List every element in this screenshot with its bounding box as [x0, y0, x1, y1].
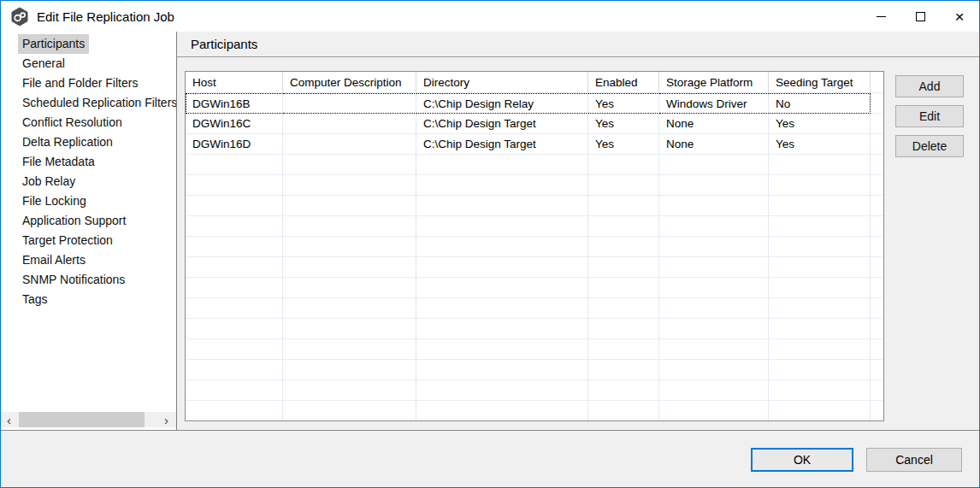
sidebar-item-email-alerts[interactable]: Email Alerts	[18, 250, 90, 270]
table-cell-filler	[871, 401, 883, 421]
table-cell	[659, 278, 769, 298]
table-cell[interactable]	[283, 114, 416, 134]
table-cell	[769, 216, 871, 237]
table-cell	[416, 257, 588, 278]
table-cell[interactable]: None	[659, 114, 769, 134]
table-cell	[769, 257, 871, 278]
maximize-button[interactable]	[900, 1, 940, 32]
column-header-storage-platform[interactable]: Storage Platform	[659, 72, 769, 93]
sidebar-item-application-support[interactable]: Application Support	[18, 211, 130, 231]
sidebar-item-scheduled-replication-filters[interactable]: Scheduled Replication Filters	[18, 93, 177, 113]
table-cell[interactable]: C:\Chip Design Target	[416, 134, 588, 155]
table-cell[interactable]: DGWin16C	[186, 114, 283, 134]
table-cell	[588, 278, 659, 298]
table-cell[interactable]: Yes	[769, 134, 871, 155]
table-cell	[416, 360, 588, 380]
scroll-right-button[interactable]: ›	[158, 412, 174, 427]
table-cell	[416, 380, 588, 401]
table-cell-filler	[871, 278, 883, 298]
table-cell	[283, 257, 416, 278]
table-cell[interactable]	[283, 93, 416, 114]
table-empty-row	[186, 175, 883, 196]
table-cell	[659, 155, 769, 175]
table-cell	[769, 155, 871, 175]
sidebar-item-file-and-folder-filters[interactable]: File and Folder Filters	[18, 73, 142, 93]
sidebar-item-general[interactable]: General	[18, 54, 69, 73]
column-header-directory[interactable]: Directory	[416, 72, 588, 93]
table-cell[interactable]: DGWin16D	[186, 134, 283, 155]
table-cell	[186, 257, 283, 278]
table-cell[interactable]: C:\Chip Design Target	[416, 114, 588, 134]
sidebar-item-tags[interactable]: Tags	[18, 290, 52, 309]
table-cell[interactable]	[283, 134, 416, 155]
table-cell	[769, 360, 871, 380]
table-cell[interactable]: Yes	[769, 114, 871, 134]
table-cell-filler	[871, 134, 883, 155]
table-cell	[769, 401, 871, 421]
close-icon: ×	[954, 9, 964, 25]
sidebar-item-file-locking[interactable]: File Locking	[18, 191, 91, 211]
table-cell-filler	[871, 237, 883, 257]
close-button[interactable]: ×	[940, 1, 979, 32]
edit-button[interactable]: Edit	[895, 105, 964, 127]
table-cell	[186, 298, 283, 319]
table-empty-row	[186, 155, 883, 175]
table-cell	[186, 216, 283, 237]
table-row[interactable]: DGWin16DC:\Chip Design TargetYesNoneYes	[186, 134, 883, 155]
sidebar-horizontal-scrollbar[interactable]: ‹ ›	[1, 412, 176, 427]
table-cell[interactable]: Yes	[588, 134, 659, 155]
table-empty-row	[186, 278, 883, 298]
cancel-button[interactable]: Cancel	[866, 448, 962, 472]
table-action-buttons: Add Edit Delete	[895, 75, 964, 165]
table-cell	[588, 339, 659, 360]
scroll-left-button[interactable]: ‹	[1, 412, 17, 427]
table-cell	[186, 237, 283, 257]
table-row[interactable]: DGWin16CC:\Chip Design TargetYesNoneYes	[186, 114, 883, 134]
table-cell	[588, 298, 659, 319]
column-header-seeding-target[interactable]: Seeding Target	[769, 72, 871, 93]
sidebar-item-delta-replication[interactable]: Delta Replication	[18, 132, 117, 152]
sidebar-item-job-relay[interactable]: Job Relay	[18, 172, 80, 191]
table-cell-filler	[871, 298, 883, 319]
table-cell[interactable]: Yes	[588, 114, 659, 134]
table-cell-filler	[871, 319, 883, 339]
table-cell	[186, 360, 283, 380]
table-cell	[769, 196, 871, 216]
delete-button[interactable]: Delete	[895, 135, 964, 157]
table-cell-filler	[871, 216, 883, 237]
minimize-button[interactable]	[861, 1, 900, 32]
table-cell[interactable]: None	[659, 134, 769, 155]
table-cell[interactable]: No	[769, 93, 871, 114]
table-cell	[659, 360, 769, 380]
table-cell	[659, 196, 769, 216]
table-cell[interactable]: Windows Driver	[659, 93, 769, 114]
dialog-window: Edit File Replication Job × Participants…	[0, 0, 980, 488]
ok-button[interactable]: OK	[751, 448, 853, 472]
table-cell[interactable]: Yes	[588, 93, 659, 114]
sidebar-item-snmp-notifications[interactable]: SNMP Notifications	[18, 270, 129, 290]
table-cell	[659, 339, 769, 360]
table-cell[interactable]: DGWin16B	[186, 93, 283, 114]
table-cell	[416, 278, 588, 298]
table-cell	[588, 401, 659, 421]
table-cell-filler	[871, 93, 883, 114]
sidebar: ParticipantsGeneralFile and Folder Filte…	[1, 32, 177, 430]
table-cell	[416, 401, 588, 421]
table-row[interactable]: DGWin16BC:\Chip Design RelayYesWindows D…	[186, 93, 883, 114]
column-header-computer-description[interactable]: Computer Description	[283, 72, 416, 93]
table-cell[interactable]: C:\Chip Design Relay	[416, 93, 588, 114]
sidebar-item-target-protection[interactable]: Target Protection	[18, 231, 117, 250]
table-empty-row	[186, 319, 883, 339]
sidebar-item-conflict-resolution[interactable]: Conflict Resolution	[18, 113, 127, 132]
column-header-host[interactable]: Host	[186, 72, 283, 93]
table-cell-filler	[871, 175, 883, 196]
scroll-right-icon: ›	[164, 414, 168, 426]
participants-table-frame: HostComputer DescriptionDirectoryEnabled…	[185, 71, 884, 421]
column-header-enabled[interactable]: Enabled	[588, 72, 659, 93]
sidebar-item-participants[interactable]: Participants	[18, 34, 89, 54]
table-cell-filler	[871, 155, 883, 175]
sidebar-item-file-metadata[interactable]: File Metadata	[18, 152, 99, 172]
scrollbar-thumb[interactable]	[19, 412, 145, 427]
table-cell	[769, 380, 871, 401]
add-button[interactable]: Add	[895, 75, 964, 97]
